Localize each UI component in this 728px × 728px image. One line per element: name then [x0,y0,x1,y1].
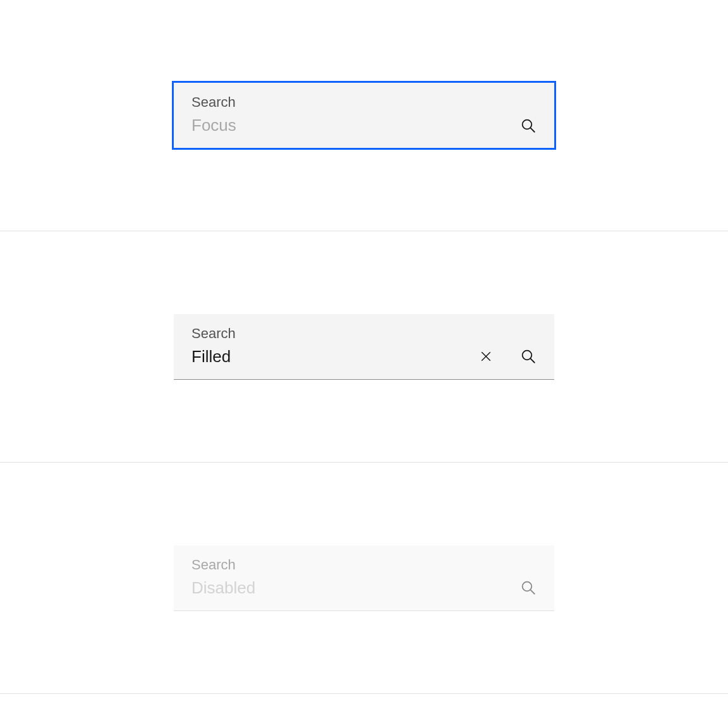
search-label: Search [191,557,537,573]
search-button[interactable] [520,348,537,365]
search-input [191,578,520,598]
svg-line-7 [531,590,535,594]
svg-line-1 [531,128,535,131]
close-icon [480,350,492,363]
search-row [191,578,537,598]
clear-button[interactable] [480,350,492,363]
search-focus-section: Search [0,0,728,231]
search-label: Search [191,325,537,342]
search-field-filled[interactable]: Search [174,314,554,380]
search-disabled-section: Search [0,463,728,694]
search-icons [520,118,537,134]
search-icon [520,118,537,134]
search-input[interactable] [191,116,520,135]
search-icon [520,348,537,365]
search-icon [520,579,537,596]
search-label: Search [191,94,537,111]
search-field-disabled: Search [174,545,554,611]
search-filled-section: Search [0,231,728,463]
svg-line-5 [531,359,535,363]
search-field-focus[interactable]: Search [174,83,554,148]
search-input[interactable] [191,347,480,367]
search-button[interactable] [520,118,537,134]
search-row [191,347,537,367]
search-icons [480,348,537,365]
search-icons [520,579,537,596]
search-button [520,579,537,596]
search-row [191,116,537,135]
